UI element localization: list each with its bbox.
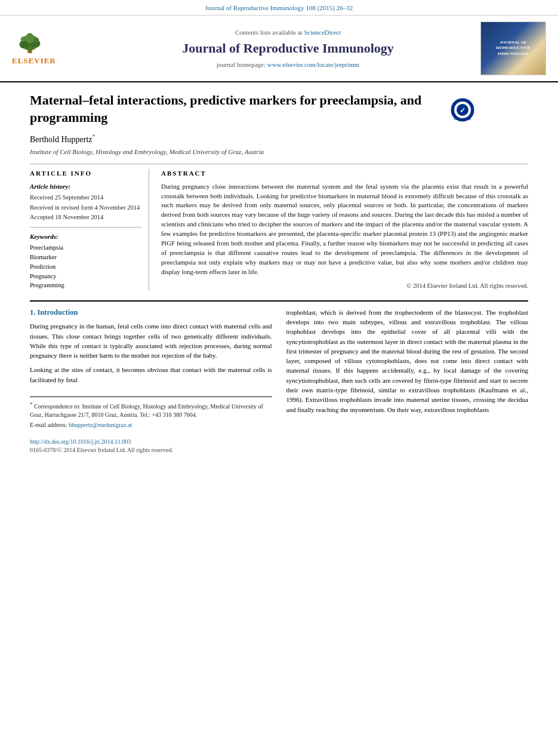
copyright-notice: © 2014 Elsevier Ireland Ltd. All rights … — [161, 282, 528, 291]
sciencedirect-link[interactable]: ScienceDirect — [304, 29, 341, 36]
keyword-1: Preeclampsia — [30, 244, 141, 253]
svg-point-4 — [26, 33, 35, 44]
cover-thumbnail: JOURNAL OF REPRODUCTIVE IMMUNOLOGY — [481, 22, 545, 75]
abstract-panel: ABSTRACT During pregnancy close interact… — [161, 169, 528, 291]
homepage-link[interactable]: www.elsevier.com/locate/jreprimm — [267, 61, 359, 68]
body-paragraph-2: Looking at the sites of contact, it beco… — [30, 365, 272, 385]
svg-point-6 — [34, 38, 39, 43]
received-date: Received 25 September 2014 — [30, 193, 141, 202]
keyword-4: Pregnancy — [30, 272, 141, 281]
abstract-body: During pregnancy close interactions betw… — [161, 182, 528, 277]
footnote-area: * Correspondence to: Institute of Cell B… — [30, 397, 272, 429]
homepage-line: journal homepage: www.elsevier.com/locat… — [95, 60, 480, 69]
svg-text:✓: ✓ — [460, 106, 465, 115]
footnote-email: E-mail address: bhuppertz@medunigraz.at — [30, 421, 272, 429]
body-left-column: 1. Introduction During pregnancy in the … — [30, 308, 272, 454]
article-history-label: Article history: — [30, 182, 141, 191]
publisher-logo: ELSEVIER — [12, 30, 95, 66]
svg-point-5 — [21, 36, 26, 42]
journal-title: Journal of Reproductive Immunology — [95, 39, 480, 58]
article-info-panel: ARTICLE INFO Article history: Received 2… — [30, 169, 149, 291]
footnote-sup: * — [30, 401, 33, 407]
body-right-column: trophoblast, which is derived from the t… — [286, 308, 529, 454]
issn-line: 0165-0378/© 2014 Elsevier Ireland Ltd. A… — [30, 447, 173, 453]
main-content: Maternal–fetal interactions, predictive … — [0, 82, 558, 466]
journal-reference: Journal of Reproductive Immunology 108 (… — [0, 0, 558, 16]
keywords-label: Keywords: — [30, 232, 141, 241]
section-divider — [30, 300, 528, 302]
elsevier-brand: ELSEVIER — [12, 56, 56, 66]
abstract-heading: ABSTRACT — [161, 169, 528, 178]
footnote-correspondence: * Correspondence to: Institute of Cell B… — [30, 401, 272, 419]
body-paragraph-1: During pregnancy in the human, fetal cel… — [30, 321, 272, 360]
crossmark-icon: ✓ CrossMark — [450, 97, 475, 122]
contents-line: Contents lists available at ScienceDirec… — [95, 28, 480, 37]
email-link[interactable]: bhuppertz@medunigraz.at — [69, 422, 132, 428]
article-title: Maternal–fetal interactions, predictive … — [30, 92, 448, 126]
elsevier-tree-icon — [12, 30, 48, 54]
svg-text:CrossMark: CrossMark — [454, 117, 471, 121]
journal-info-center: Contents lists available at ScienceDirec… — [95, 28, 480, 70]
body-right-paragraph-1: trophoblast, which is derived from the t… — [286, 308, 529, 414]
author-name: Berthold Huppertz* — [30, 133, 528, 145]
divider — [30, 227, 141, 228]
keyword-2: Biomarker — [30, 253, 141, 262]
doi-bar: http://dx.doi.org/10.1016/j.jri.2014.11.… — [30, 435, 272, 454]
journal-cover-image: JOURNAL OF REPRODUCTIVE IMMUNOLOGY — [480, 21, 546, 75]
info-abstract-section: ARTICLE INFO Article history: Received 2… — [30, 164, 528, 291]
section-1-heading: 1. Introduction — [30, 308, 272, 318]
article-info-heading: ARTICLE INFO — [30, 169, 141, 178]
received-revised-date: Received in revised form 4 November 2014 — [30, 204, 141, 213]
keyword-5: Programming — [30, 281, 141, 290]
journal-header: ELSEVIER Contents lists available at Sci… — [0, 16, 558, 82]
keyword-3: Prediction — [30, 263, 141, 272]
author-sup: * — [93, 133, 95, 140]
title-section: Maternal–fetal interactions, predictive … — [30, 92, 528, 132]
accepted-date: Accepted 18 November 2014 — [30, 213, 141, 222]
crossmark-badge[interactable]: ✓ CrossMark — [448, 95, 477, 125]
author-affiliation: Institute of Cell Biology, Histology and… — [30, 147, 528, 156]
doi-link[interactable]: http://dx.doi.org/10.1016/j.jri.2014.11.… — [30, 438, 131, 445]
body-columns: 1. Introduction During pregnancy in the … — [30, 308, 528, 454]
